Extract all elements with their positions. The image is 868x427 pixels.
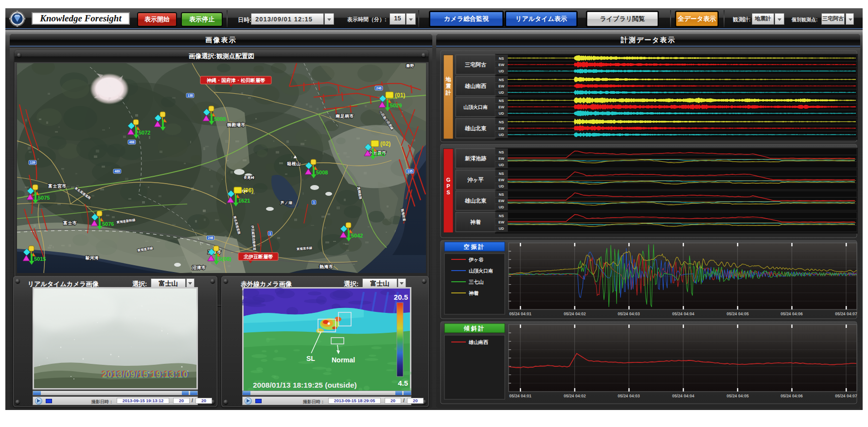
svg-text:05/24 04:07: 05/24 04:07	[835, 393, 857, 398]
svg-text:UD: UD	[499, 226, 504, 231]
svg-text:NS: NS	[499, 78, 504, 82]
svg-text:05/24 04:07: 05/24 04:07	[835, 311, 857, 316]
svg-text:EW: EW	[498, 178, 505, 182]
svg-text:神着: 神着	[468, 290, 479, 296]
svg-text:傾斜計: 傾斜計	[463, 325, 486, 332]
svg-text:S: S	[446, 189, 450, 195]
svg-text:EW: EW	[498, 105, 505, 109]
svg-text:沖ヶ平: 沖ヶ平	[467, 177, 483, 183]
svg-text:05/24 04:06: 05/24 04:06	[780, 393, 803, 398]
svg-text:05/24 04:05: 05/24 04:05	[726, 311, 749, 316]
svg-text:雄山北東: 雄山北東	[464, 198, 487, 204]
svg-text:EW: EW	[498, 126, 505, 131]
svg-text:計: 計	[445, 90, 451, 96]
svg-text:山頂火口南: 山頂火口南	[463, 104, 488, 110]
svg-text:新澪池跡: 新澪池跡	[464, 155, 487, 161]
svg-text:05/24 04:04: 05/24 04:04	[672, 393, 694, 398]
svg-text:EW: EW	[498, 199, 505, 203]
svg-text:NS: NS	[499, 192, 504, 197]
svg-text:EW: EW	[498, 156, 505, 161]
svg-text:UD: UD	[499, 205, 504, 209]
svg-text:NS: NS	[499, 56, 504, 61]
svg-text:05/24 04:06: 05/24 04:06	[780, 311, 803, 316]
svg-text:NS: NS	[499, 99, 504, 103]
svg-text:EW: EW	[498, 63, 505, 67]
svg-text:UD: UD	[499, 90, 504, 95]
svg-text:三七山: 三七山	[469, 279, 483, 285]
svg-text:雄山北東: 雄山北東	[464, 125, 487, 131]
svg-text:P: P	[446, 183, 450, 189]
svg-text:山頂火口南: 山頂火口南	[469, 268, 493, 273]
svg-text:UD: UD	[499, 69, 504, 73]
svg-text:震: 震	[445, 83, 451, 89]
svg-text:神着: 神着	[470, 219, 481, 225]
svg-text:05/24 04:01: 05/24 04:01	[509, 311, 531, 316]
svg-text:地: 地	[445, 76, 452, 82]
svg-text:UD: UD	[499, 184, 504, 188]
svg-text:EW: EW	[498, 220, 505, 224]
svg-text:空振計: 空振計	[464, 243, 486, 250]
svg-text:05/24 04:04: 05/24 04:04	[672, 311, 694, 316]
svg-text:雄山南西: 雄山南西	[468, 340, 488, 345]
svg-text:05/24 04:02: 05/24 04:02	[564, 311, 586, 316]
svg-text:UD: UD	[499, 111, 504, 116]
svg-text:NS: NS	[499, 171, 504, 176]
svg-text:05/24 04:01: 05/24 04:01	[509, 393, 531, 398]
svg-text:05/24 04:03: 05/24 04:03	[618, 393, 640, 398]
svg-text:G: G	[446, 177, 451, 183]
svg-text:EW: EW	[498, 84, 505, 88]
svg-text:05/24 04:05: 05/24 04:05	[726, 393, 749, 398]
svg-text:NS: NS	[499, 214, 504, 218]
svg-text:UD: UD	[499, 133, 504, 137]
svg-text:三宅阿古: 三宅阿古	[465, 62, 486, 68]
svg-text:雄山南西: 雄山南西	[464, 83, 487, 89]
svg-text:NS: NS	[499, 120, 504, 124]
svg-text:NS: NS	[499, 150, 504, 154]
svg-text:05/24 04:03: 05/24 04:03	[618, 311, 640, 316]
svg-text:05/24 04:02: 05/24 04:02	[564, 393, 586, 398]
svg-text:UD: UD	[499, 163, 504, 167]
svg-text:伊ヶ谷: 伊ヶ谷	[468, 257, 484, 262]
